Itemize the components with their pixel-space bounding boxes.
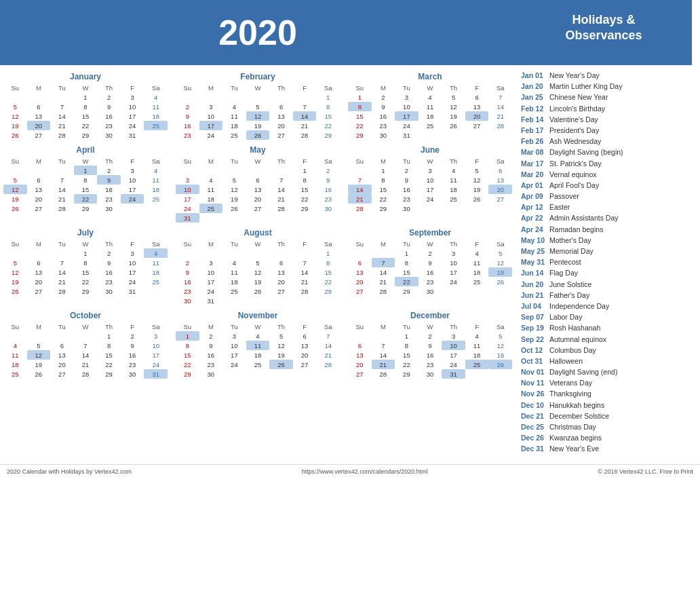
cal-day xyxy=(488,204,512,213)
month-august: AugustSuMTuWThFSa12345678910111213141516… xyxy=(176,228,340,305)
month-january: JanuarySuMTuWThFSa1234567891011121314151… xyxy=(3,72,168,140)
cal-day: 15 xyxy=(176,350,199,360)
cal-day: 25 xyxy=(144,194,168,204)
cal-day: 11 xyxy=(246,341,270,350)
month-title: February xyxy=(176,72,340,81)
cal-day: 27 xyxy=(269,286,293,296)
cal-day: 20 xyxy=(269,277,293,286)
cal-day: 3 xyxy=(442,331,465,341)
cal-day: 13 xyxy=(465,102,489,111)
cal-day: 8 xyxy=(316,102,340,111)
cal-day xyxy=(199,213,223,223)
cal-day: 8 xyxy=(293,175,317,185)
cal-day xyxy=(316,296,340,305)
cal-day: 30 xyxy=(199,369,223,379)
cal-table: SuMTuWThFSa12345678910111213141516171819… xyxy=(348,240,512,296)
cal-day: 19 xyxy=(465,185,489,194)
holidays-area: Jan 01New Year's DayJan 20Martin Luther … xyxy=(516,65,692,461)
month-title: November xyxy=(176,311,340,320)
holiday-name: Passover xyxy=(549,191,579,202)
cal-day: 17 xyxy=(199,277,223,286)
cal-day: 3 xyxy=(176,175,199,185)
cal-day xyxy=(3,248,27,258)
month-may: MaySuMTuWThFSa12345678910111213141516171… xyxy=(176,145,340,223)
cal-day: 10 xyxy=(121,102,144,111)
holiday-row: Jan 01New Year's Day xyxy=(521,71,686,81)
cal-day: 19 xyxy=(269,350,293,360)
cal-day: 7 xyxy=(348,175,372,185)
holiday-date: Dec 31 xyxy=(521,444,549,454)
holiday-row: Jan 25Chinese New Year xyxy=(521,92,686,102)
cal-day: 23 xyxy=(121,360,144,369)
footer-left: 2020 Calendar with Holidays by Vertex42.… xyxy=(7,468,132,475)
cal-day: 3 xyxy=(144,331,168,341)
holidays-header: Holidays &Observances xyxy=(516,0,692,65)
holiday-name: Autumnal equinox xyxy=(549,335,606,345)
cal-day: 6 xyxy=(269,258,293,267)
cal-day: 13 xyxy=(269,267,293,277)
cal-day: 19 xyxy=(246,121,270,130)
holiday-name: Ash Wednesday xyxy=(549,136,601,147)
cal-day: 31 xyxy=(121,286,144,296)
cal-day: 7 xyxy=(50,175,74,185)
cal-day: 19 xyxy=(442,111,465,121)
cal-table: SuMTuWThFSa12345678910111213141516171819… xyxy=(348,157,512,213)
cal-day: 17 xyxy=(121,111,144,121)
holiday-name: Flag Day xyxy=(549,268,578,278)
holiday-name: Martin Luther King Day xyxy=(549,81,622,92)
cal-day: 19 xyxy=(222,194,246,204)
cal-day xyxy=(348,166,372,175)
cal-day: 24 xyxy=(121,194,144,204)
cal-day: 27 xyxy=(27,130,51,140)
cal-day: 2 xyxy=(176,258,199,267)
cal-day: 20 xyxy=(348,360,372,369)
cal-day: 16 xyxy=(199,350,223,360)
cal-day: 5 xyxy=(246,102,270,111)
calendar-area: JanuarySuMTuWThFSa1234567891011121314151… xyxy=(0,65,516,461)
holiday-date: Jul 04 xyxy=(521,301,549,311)
cal-table: SuMTuWThFSa12345678910111213141516171819… xyxy=(176,322,340,379)
cal-day xyxy=(465,130,489,140)
cal-day: 7 xyxy=(50,258,74,267)
cal-day: 31 xyxy=(442,369,465,379)
cal-day: 17 xyxy=(442,267,465,277)
cal-day xyxy=(176,166,199,175)
cal-day: 27 xyxy=(246,204,270,213)
cal-day: 26 xyxy=(222,204,246,213)
cal-day: 29 xyxy=(74,204,98,213)
cal-day: 21 xyxy=(293,121,317,130)
holiday-name: New Year's Eve xyxy=(549,444,599,454)
cal-day: 1 xyxy=(74,166,98,175)
cal-day: 21 xyxy=(293,277,317,286)
holiday-row: Apr 22Admin Assistants Day xyxy=(521,213,686,223)
cal-day: 12 xyxy=(488,341,512,350)
cal-day xyxy=(419,204,442,213)
holiday-name: Easter xyxy=(549,202,570,212)
cal-day: 11 xyxy=(465,258,489,267)
cal-day xyxy=(144,286,168,296)
cal-day: 12 xyxy=(27,350,51,360)
cal-day xyxy=(246,213,270,223)
holiday-name: Kwanzaa begins xyxy=(549,433,602,443)
cal-day xyxy=(269,213,293,223)
cal-day: 14 xyxy=(348,185,372,194)
cal-day xyxy=(74,331,98,341)
cal-day: 1 xyxy=(74,92,98,102)
month-title: May xyxy=(176,145,340,155)
holiday-name: Mother's Day xyxy=(549,235,591,246)
holiday-row: Apr 24Ramadan begins xyxy=(521,225,686,235)
cal-day xyxy=(465,204,489,213)
cal-day: 5 xyxy=(465,166,489,175)
holiday-date: Feb 12 xyxy=(521,104,549,114)
cal-day: 11 xyxy=(144,258,168,267)
cal-day: 12 xyxy=(3,111,27,121)
cal-day: 6 xyxy=(27,175,51,185)
holiday-date: Mar 08 xyxy=(521,147,549,157)
cal-day: 20 xyxy=(465,111,489,121)
cal-day xyxy=(488,130,512,140)
holiday-row: Nov 11Veterans Day xyxy=(521,378,686,388)
cal-day: 28 xyxy=(293,286,317,296)
cal-day xyxy=(176,92,199,102)
cal-day: 25 xyxy=(465,277,489,286)
cal-day: 9 xyxy=(97,102,121,111)
